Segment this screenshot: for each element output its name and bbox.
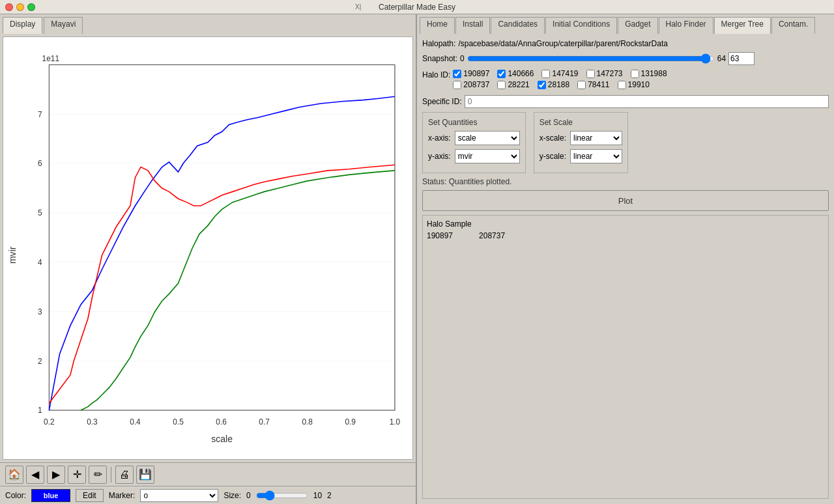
- tab-contam[interactable]: Contam.: [771, 17, 815, 34]
- close-button[interactable]: [5, 3, 13, 11]
- tab-install[interactable]: Install: [455, 17, 490, 34]
- y-scale-select[interactable]: linear log: [570, 149, 622, 163]
- color-label: Color:: [5, 491, 26, 500]
- svg-text:0.7: 0.7: [259, 417, 270, 427]
- svg-text:0.5: 0.5: [173, 417, 184, 427]
- chart-svg: mvir 1e11 1 2 3 4 5 6: [3, 37, 412, 459]
- halo-id-section: Halo ID: 190897 140666 147419 147273 131…: [422, 69, 829, 91]
- halo-19910[interactable]: 19910: [618, 80, 650, 89]
- x-scale-select[interactable]: linear log: [570, 131, 622, 145]
- marker-label: Marker:: [109, 491, 136, 500]
- right-content: Halopath: /spacebase/data/AnnaGroup/cate…: [417, 34, 834, 504]
- svg-text:0.3: 0.3: [87, 417, 98, 427]
- status-label: Status:: [422, 177, 446, 186]
- y-axis-row: y-axis: mvir vmax rvir: [428, 149, 520, 163]
- specific-id-label: Specific ID:: [422, 97, 462, 106]
- halo-id-label: Halo ID:: [422, 70, 450, 79]
- window-title: Caterpillar Made Easy: [379, 3, 455, 12]
- save-figure-button[interactable]: 💾: [136, 466, 154, 484]
- halo-28188[interactable]: 28188: [538, 80, 569, 89]
- chart-area: mvir 1e11 1 2 3 4 5 6: [3, 36, 413, 460]
- forward-button[interactable]: ▶: [47, 466, 65, 484]
- x-axis-label: scale: [211, 434, 233, 444]
- back-button[interactable]: ◀: [26, 466, 44, 484]
- snapshot-row: Snapshot: 0 64: [422, 52, 829, 65]
- edit-color-button[interactable]: Edit: [76, 489, 104, 502]
- svg-text:5: 5: [38, 208, 42, 217]
- svg-text:4: 4: [38, 258, 42, 267]
- left-toolbar: 🏠 ◀ ▶ ✛ ✏ 🖨 💾: [0, 462, 416, 486]
- y-scale-label: y-scale:: [539, 152, 566, 161]
- tab-gadget[interactable]: Gadget: [618, 17, 657, 34]
- checkbox-28188[interactable]: [538, 81, 546, 89]
- snapshot-slider[interactable]: [467, 53, 715, 64]
- set-scale-box: Set Scale x-scale: linear log y-scale: l…: [534, 112, 628, 173]
- maximize-button[interactable]: [27, 3, 35, 11]
- app-icon: X|: [355, 3, 361, 10]
- y-axis-select[interactable]: mvir vmax rvir: [455, 149, 520, 163]
- checkbox-147273[interactable]: [586, 70, 595, 78]
- svg-text:3: 3: [38, 307, 42, 316]
- print-button[interactable]: 🖨: [115, 466, 134, 484]
- color-swatch[interactable]: blue: [31, 489, 70, 502]
- checkbox-19910[interactable]: [618, 81, 626, 89]
- checkbox-190897[interactable]: [453, 70, 461, 78]
- halo-id-row-1: 190897 140666 147419 147273 131988: [453, 69, 667, 78]
- color-bar: Color: blue Edit Marker: o . + Size: 0 1…: [0, 486, 416, 504]
- size-slider[interactable]: [256, 490, 308, 501]
- minimize-button[interactable]: [16, 3, 24, 11]
- chart-background: [49, 64, 395, 410]
- pan-button[interactable]: ✛: [68, 466, 86, 484]
- snapshot-input[interactable]: [728, 52, 755, 65]
- quantities-scale-row: Set Quantities x-axis: scale time redshi…: [422, 112, 829, 173]
- halo-id-row-2: 208737 28221 28188 78411 19910: [453, 80, 667, 89]
- right-panel: Home Install Candidates Initial Conditio…: [417, 14, 834, 504]
- halo-sample-item-0: 190897: [427, 231, 453, 240]
- x-axis-select[interactable]: scale time redshift: [455, 131, 520, 145]
- tab-home[interactable]: Home: [420, 17, 455, 34]
- svg-text:6: 6: [38, 159, 42, 168]
- halo-131988[interactable]: 131988: [631, 69, 667, 78]
- set-quantities-box: Set Quantities x-axis: scale time redshi…: [422, 112, 526, 173]
- tab-initial-conditions[interactable]: Initial Conditions: [545, 17, 617, 34]
- checkbox-208737[interactable]: [453, 81, 461, 89]
- svg-text:0.9: 0.9: [345, 417, 356, 427]
- checkbox-28221[interactable]: [497, 81, 506, 89]
- halo-sample-items: 190897 208737: [427, 231, 824, 240]
- halo-190897[interactable]: 190897: [453, 69, 489, 78]
- halopath-value: /spacebase/data/AnnaGroup/caterpillar/pa…: [458, 39, 668, 48]
- size-value: 2: [327, 491, 332, 500]
- halo-208737[interactable]: 208737: [453, 80, 489, 89]
- halo-78411[interactable]: 78411: [577, 80, 609, 89]
- window-controls[interactable]: [5, 3, 35, 11]
- tab-mayavi[interactable]: Mayavi: [44, 17, 83, 34]
- halo-147273[interactable]: 147273: [586, 69, 623, 78]
- halo-sample-label: Halo Sample: [427, 219, 824, 229]
- left-tab-bar: Display Mayavi: [0, 14, 416, 34]
- tab-halo-finder[interactable]: Halo Finder: [659, 17, 713, 34]
- edit-axes-button[interactable]: ✏: [89, 466, 107, 484]
- marker-select[interactable]: o . +: [140, 489, 218, 502]
- tab-merger-tree[interactable]: Merger Tree: [714, 17, 771, 34]
- tab-display[interactable]: Display: [3, 17, 42, 34]
- checkbox-147419[interactable]: [541, 70, 550, 78]
- svg-text:0.2: 0.2: [44, 417, 55, 427]
- tab-candidates[interactable]: Candidates: [491, 17, 545, 34]
- svg-text:1.0: 1.0: [390, 417, 401, 427]
- plot-button[interactable]: Plot: [422, 190, 829, 211]
- set-quantities-label: Set Quantities: [428, 118, 520, 127]
- halo-140666[interactable]: 140666: [497, 69, 534, 78]
- halo-147419[interactable]: 147419: [541, 69, 578, 78]
- status-row: Status: Quantities plotted.: [422, 177, 829, 186]
- checkbox-131988[interactable]: [631, 70, 639, 78]
- checkbox-78411[interactable]: [577, 81, 586, 89]
- x-scale-label: x-scale:: [539, 133, 566, 143]
- snapshot-label: Snapshot:: [422, 54, 457, 63]
- specific-id-input[interactable]: [465, 95, 829, 108]
- snapshot-max: 64: [717, 54, 726, 63]
- checkbox-140666[interactable]: [497, 70, 506, 78]
- main-container: Display Mayavi mvir 1e11: [0, 14, 834, 504]
- home-button[interactable]: 🏠: [5, 466, 23, 484]
- x-axis-label: x-axis:: [428, 133, 451, 143]
- halo-28221[interactable]: 28221: [497, 80, 529, 89]
